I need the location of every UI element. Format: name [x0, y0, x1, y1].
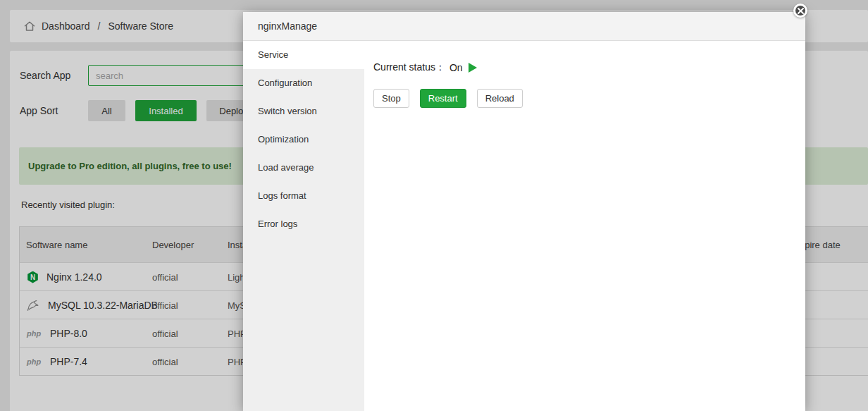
modal-content: Current status： On Stop Restart Reload	[364, 41, 805, 411]
menu-item-switch-version[interactable]: Switch version	[243, 97, 364, 125]
menu-item-error-logs[interactable]: Error logs	[243, 210, 364, 238]
modal-header: nginxManage	[243, 12, 805, 41]
menu-item-configuration[interactable]: Configuration	[243, 69, 364, 97]
reload-button[interactable]: Reload	[477, 89, 523, 108]
menu-item-load-average[interactable]: Load average	[243, 154, 364, 182]
status-line: Current status： On	[373, 61, 805, 74]
running-play-icon	[469, 63, 477, 73]
menu-item-optimization[interactable]: Optimization	[243, 125, 364, 154]
stop-button[interactable]: Stop	[373, 89, 409, 108]
screen: Dashboard / Software Store Search App Ap…	[0, 0, 868, 411]
restart-button[interactable]: Restart	[420, 89, 466, 108]
status-value: On	[450, 62, 463, 73]
service-buttons: Stop Restart Reload	[373, 89, 805, 108]
status-label: Current status：	[373, 61, 445, 74]
menu-item-service[interactable]: Service	[243, 41, 364, 69]
modal-menu: Service Configuration Switch version Opt…	[243, 41, 364, 411]
menu-item-logs-format[interactable]: Logs format	[243, 182, 364, 210]
close-icon[interactable]	[793, 4, 807, 18]
nginx-manage-modal: nginxManage Service Configuration Switch…	[243, 12, 805, 411]
modal-body: Service Configuration Switch version Opt…	[243, 41, 805, 411]
modal-title: nginxManage	[258, 20, 317, 32]
